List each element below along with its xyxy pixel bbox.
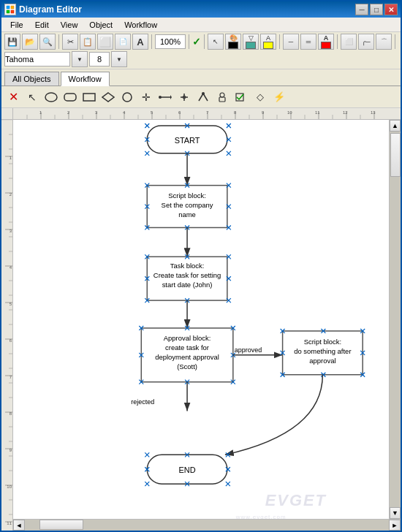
scroll-down-button[interactable]: ▼ [390, 507, 401, 519]
svg-text:10: 10 [7, 484, 12, 489]
copy-button[interactable]: 📋 [80, 34, 96, 50]
window-title: Diagram Editor [19, 4, 355, 15]
pointer-btn[interactable]: ↖ [208, 34, 224, 50]
menu-workflow[interactable]: Workflow [118, 19, 163, 31]
rect-tool[interactable] [80, 88, 98, 106]
window-icon [4, 4, 16, 15]
svg-point-8 [123, 93, 132, 102]
color1-btn[interactable]: 🎨 [225, 34, 241, 50]
branch-tool[interactable] [194, 88, 212, 106]
svg-point-19 [220, 93, 224, 97]
svg-text:START: START [175, 136, 200, 145]
svg-text:3: 3 [95, 110, 98, 115]
check-icon: ✓ [192, 36, 201, 48]
svg-text:4: 4 [123, 110, 126, 115]
svg-text:Task block:: Task block: [170, 262, 205, 270]
separator-5 [279, 34, 280, 49]
svg-marker-10 [170, 95, 172, 99]
rounded-rect-tool[interactable] [61, 88, 79, 106]
svg-rect-5 [64, 94, 76, 101]
horizontal-scrollbar[interactable]: ◄ ► [13, 519, 401, 531]
open-button[interactable]: 📂 [22, 34, 38, 50]
svg-text:approved: approved [235, 346, 262, 354]
text-color-btn[interactable]: A [318, 34, 334, 50]
size-dropdown-btn[interactable]: ▼ [111, 51, 127, 67]
svg-text:Approval block:: Approval block: [164, 334, 211, 342]
checkbox-tool[interactable] [232, 88, 250, 106]
scroll-left-button[interactable]: ◄ [13, 520, 25, 531]
font-select[interactable] [4, 52, 70, 66]
svg-rect-0 [7, 6, 10, 9]
cut-button[interactable]: ✂ [62, 34, 78, 50]
highlight-btn[interactable]: A [260, 34, 276, 50]
line-style-btn[interactable]: ─ [283, 34, 299, 50]
save-button[interactable]: 💾 [4, 34, 20, 50]
menu-edit[interactable]: Edit [29, 19, 55, 31]
svg-text:start date (John): start date (John) [162, 281, 213, 289]
select-tool[interactable]: ✕ [4, 88, 22, 106]
scroll-track-horizontal[interactable] [25, 520, 389, 531]
vertical-ruler: 1 2 3 4 5 [1, 120, 13, 531]
find-button[interactable]: 🔍 [39, 34, 56, 50]
title-bar-buttons: ─ □ ✕ [355, 4, 398, 15]
menu-view[interactable]: View [55, 19, 84, 31]
box-style2-btn[interactable]: ╭─ [358, 34, 374, 50]
font-size-input[interactable] [89, 52, 110, 66]
svg-text:deployment approval: deployment approval [155, 353, 219, 361]
separator-7 [395, 34, 395, 49]
svg-text:name: name [178, 210, 196, 218]
ellipse-tool[interactable] [42, 88, 60, 106]
pointer-tool[interactable]: ↖ [23, 88, 41, 106]
svg-text:5: 5 [151, 110, 153, 115]
diagram-canvas[interactable]: START [13, 120, 389, 519]
svg-text:13: 13 [371, 110, 376, 115]
diamond-tool[interactable] [99, 88, 117, 106]
main-toolbar: 💾 📂 🔍 ✂ 📋 ⬜ 📄 A ✓ ↖ 🎨 ▽ A [1, 32, 401, 69]
circle-tool[interactable] [118, 88, 136, 106]
shape-toolbar: ✕ ↖ ✛ ◇ ⚡ [1, 86, 401, 108]
split-tool[interactable] [175, 88, 193, 106]
scroll-right-button[interactable]: ► [389, 520, 401, 531]
separator-4 [204, 34, 205, 49]
paste-button[interactable]: ⬜ [97, 34, 113, 50]
zoom-input[interactable] [155, 34, 186, 49]
tab-workflow[interactable]: Workflow [61, 72, 110, 86]
restore-button[interactable]: □ [370, 4, 383, 15]
menu-file[interactable]: File [4, 19, 29, 31]
svg-text:Script block:: Script block: [304, 338, 342, 346]
separator-3 [189, 34, 189, 49]
close-button[interactable]: ✕ [384, 4, 398, 15]
ruler-corner [1, 108, 13, 120]
canvas-row: START [13, 120, 401, 519]
menu-object[interactable]: Object [83, 19, 118, 31]
curve-btn[interactable]: ⌒ [376, 34, 392, 50]
svg-text:Script block:: Script block: [168, 191, 205, 200]
line-style2-btn[interactable]: ═ [300, 34, 316, 50]
svg-text:www.evget.com: www.evget.com [235, 514, 287, 519]
svg-text:Create task for setting: Create task for setting [153, 271, 221, 279]
svg-text:do something after: do something after [294, 347, 351, 355]
color2-btn[interactable]: ▽ [243, 34, 259, 50]
minimize-button[interactable]: ─ [355, 4, 368, 15]
scroll-up-button[interactable]: ▲ [390, 120, 401, 132]
gear-tool[interactable]: ◇ [251, 88, 269, 106]
person-tool[interactable] [213, 88, 231, 106]
svg-text:2: 2 [67, 110, 70, 115]
svg-point-11 [159, 96, 162, 99]
text-button[interactable]: A [132, 34, 148, 50]
font-dropdown-btn[interactable]: ▼ [72, 51, 88, 67]
scroll-track-vertical[interactable] [390, 132, 401, 507]
connect-tool[interactable] [156, 88, 174, 106]
svg-marker-7 [102, 93, 114, 102]
move-tool[interactable]: ✛ [137, 88, 155, 106]
paste-special-button[interactable]: 📄 [115, 34, 131, 50]
scroll-thumb-vertical[interactable] [390, 133, 401, 177]
vertical-scrollbar[interactable]: ▲ ▼ [389, 120, 401, 519]
box-style-btn[interactable]: ⬜ [341, 34, 357, 50]
svg-point-17 [202, 92, 205, 95]
lightning-tool[interactable]: ⚡ [270, 88, 288, 106]
scroll-thumb-horizontal[interactable] [39, 520, 83, 530]
svg-rect-18 [219, 97, 225, 102]
horizontal-ruler: 1 2 3 4 5 6 7 8 9 [13, 108, 401, 120]
tab-all-objects[interactable]: All Objects [4, 72, 59, 86]
